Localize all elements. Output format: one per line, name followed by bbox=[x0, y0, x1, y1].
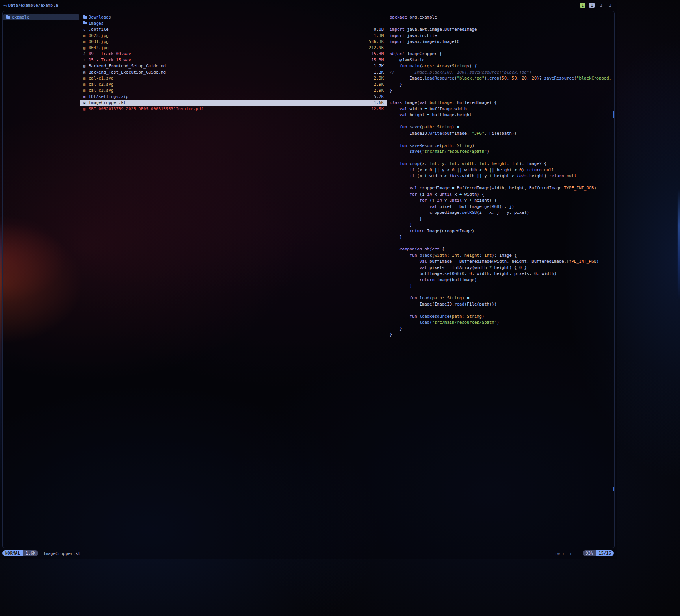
file-name: 0042.jpg bbox=[89, 45, 109, 51]
file-size: 586.3K bbox=[365, 39, 384, 45]
code-line: val croppedImage = BufferedImage(width, … bbox=[390, 185, 614, 191]
file-name: Images bbox=[89, 20, 104, 27]
code-line: val width = buffImage.width bbox=[390, 106, 614, 112]
file-name: cal-c3.svg bbox=[89, 87, 113, 94]
code-line bbox=[390, 240, 614, 247]
image-icon: ▨ bbox=[83, 39, 89, 45]
file-list-pane: DownloadsImages▫.dotfile0.0B▨0028.jpg1.3… bbox=[80, 11, 387, 548]
code-line: companion object { bbox=[390, 246, 614, 252]
code-line: import java.awt.image.BufferedImage bbox=[390, 26, 614, 33]
file-name: IDEAsettings.zip bbox=[89, 94, 128, 100]
code-line: return Image(croppedImage) bbox=[390, 228, 614, 234]
file-row[interactable]: ▨0028.jpg1.3M bbox=[80, 33, 387, 39]
image-icon: ▨ bbox=[83, 75, 89, 82]
wallpaper-streak-right bbox=[678, 189, 680, 299]
file-row[interactable]: ▨cal-c2.svg2.9K bbox=[80, 82, 387, 88]
file-icon: ▫ bbox=[83, 26, 89, 33]
file-size: 15.3M bbox=[367, 51, 384, 57]
code-line: @JvmStatic bbox=[390, 57, 614, 63]
file-row[interactable]: ◪ImageCropper.kt1.6K bbox=[80, 100, 387, 106]
code-line: fun load(path: String) = bbox=[390, 295, 614, 301]
code-line bbox=[390, 289, 614, 295]
code-line: } bbox=[390, 82, 614, 88]
code-line: val buffImage = BufferedImage(width, hei… bbox=[390, 258, 614, 265]
file-size: 2.9K bbox=[370, 75, 384, 82]
code-line: fun loadResource(path: String) = bbox=[390, 314, 614, 320]
code-line: return Image(buffImage) bbox=[390, 277, 614, 283]
terminal-window: ~/Data/example/example 1123 example Down… bbox=[0, 0, 617, 559]
code-line: // Image.black(100, 100).saveResource("b… bbox=[390, 69, 614, 76]
file-name: cal-c2.svg bbox=[89, 82, 113, 88]
code-line bbox=[390, 45, 614, 51]
file-name: Backend_Test_Execution_Guide.md bbox=[89, 69, 166, 76]
tab-bar: 1123 bbox=[576, 3, 613, 8]
file-name: SBI_0032013739_2023_DE05_0003155631Invoi… bbox=[89, 106, 203, 112]
file-manager: example DownloadsImages▫.dotfile0.0B▨002… bbox=[2, 11, 615, 548]
preview-scrollbar-mark bbox=[613, 487, 614, 491]
code-line bbox=[390, 136, 614, 143]
file-row[interactable]: ♪09 - Track 09.wav15.3M bbox=[80, 51, 387, 57]
file-row[interactable]: ▨0042.jpg212.9K bbox=[80, 45, 387, 51]
code-line: val pixels = IntArray(width * height) { … bbox=[390, 265, 614, 271]
file-size: 212.9K bbox=[365, 45, 384, 51]
code-line: fun black(width: Int, height: Int): Imag… bbox=[390, 252, 614, 259]
file-name: 09 - Track 09.wav bbox=[89, 51, 131, 57]
file-name: ImageCropper.kt bbox=[89, 100, 126, 106]
image-icon: ▨ bbox=[83, 33, 89, 39]
tab-2[interactable]: 1 bbox=[589, 3, 595, 8]
file-row[interactable]: ▧SBI_0032013739_2023_DE05_0003155631Invo… bbox=[80, 106, 387, 112]
image-icon: ▨ bbox=[83, 87, 89, 94]
file-name: 15 - Track 15.wav bbox=[89, 57, 131, 63]
file-size: 2.9K bbox=[370, 87, 384, 94]
code-line bbox=[390, 307, 614, 314]
code-line: } bbox=[390, 87, 614, 94]
status-filename: ImageCropper.kt bbox=[43, 551, 80, 556]
code-line: } bbox=[390, 283, 614, 289]
file-row[interactable]: ▤Backend_Frontend_Setup_Guide.md1.7K bbox=[80, 63, 387, 69]
code-line: } bbox=[390, 222, 614, 228]
folder-icon bbox=[83, 22, 89, 25]
code-line: import javax.imageio.ImageIO bbox=[390, 39, 614, 45]
file-row[interactable]: ♪15 - Track 15.wav15.3M bbox=[80, 57, 387, 63]
code-line: fun saveResource(path: String) = bbox=[390, 143, 614, 149]
breadcrumb-path: ~/Data/example/example bbox=[3, 3, 58, 7]
doc-icon: ▤ bbox=[83, 63, 89, 69]
file-size: 1.3K bbox=[370, 69, 384, 76]
preview-pane: package org.example import java.awt.imag… bbox=[387, 11, 614, 548]
code-line: load("src/main/resources/$path") bbox=[390, 319, 614, 326]
image-icon: ▨ bbox=[83, 82, 89, 88]
file-row[interactable]: Images bbox=[80, 20, 387, 27]
code-line: buffImage.setRGB(0, 0, width, height, pi… bbox=[390, 271, 614, 277]
code-line: if (x + width > this.width || y + height… bbox=[390, 173, 614, 179]
preview-scrollbar-thumb[interactable] bbox=[613, 111, 614, 118]
code-line bbox=[390, 118, 614, 124]
file-row[interactable]: Downloads bbox=[80, 14, 387, 20]
doc-icon: ▤ bbox=[83, 69, 89, 76]
file-row[interactable]: ▤Backend_Test_Execution_Guide.md1.3K bbox=[80, 69, 387, 76]
code-line: } bbox=[390, 332, 614, 338]
file-size: 12.5K bbox=[367, 106, 384, 112]
code-line bbox=[390, 155, 614, 161]
file-row[interactable]: ▫.dotfile0.0B bbox=[80, 26, 387, 33]
code-line: Image.loadResource("black.jpg").crop(50,… bbox=[390, 75, 614, 82]
code-line bbox=[390, 94, 614, 100]
code-line: fun crop(x: Int, y: Int, width: Int, hei… bbox=[390, 161, 614, 167]
tab-4[interactable]: 3 bbox=[608, 3, 613, 8]
file-size: 5.2K bbox=[370, 94, 384, 100]
tab-1[interactable]: 1 bbox=[580, 3, 585, 8]
tab-3[interactable]: 2 bbox=[598, 3, 604, 8]
file-row[interactable]: ▨cal-c3.svg2.9K bbox=[80, 87, 387, 94]
sidebar-item-example[interactable]: example bbox=[3, 14, 79, 20]
code-line bbox=[390, 20, 614, 27]
code-line: if (x < 0 || y < 0 || width < 0 || heigh… bbox=[390, 167, 614, 173]
code-line: fun main(args: Array<String>) { bbox=[390, 63, 614, 69]
file-name: 0028.jpg bbox=[89, 33, 109, 39]
code-line: } bbox=[390, 216, 614, 222]
sidebar-item-label: example bbox=[12, 14, 29, 20]
parent-pane: example bbox=[3, 11, 80, 548]
file-row[interactable]: ▨0031.jpg586.3K bbox=[80, 39, 387, 45]
code-line: class Image(val buffImage: BufferedImage… bbox=[390, 100, 614, 106]
code-line: for (i in x until x + width) { bbox=[390, 191, 614, 198]
file-row[interactable]: ▨cal-c1.svg2.9K bbox=[80, 75, 387, 82]
file-row[interactable]: ▦IDEAsettings.zip5.2K bbox=[80, 94, 387, 100]
